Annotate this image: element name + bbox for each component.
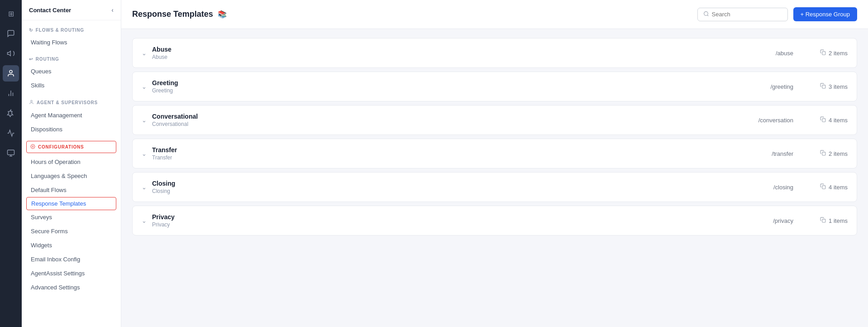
group-path: /abuse (721, 50, 811, 57)
group-sub: Privacy (152, 221, 721, 228)
search-input[interactable] (712, 11, 782, 18)
group-count: 2 items (811, 49, 848, 57)
section-label-configurations: CONFIGURATIONS (26, 141, 116, 153)
svg-rect-13 (822, 85, 825, 88)
chevron-down-icon[interactable]: ⌄ (142, 217, 147, 224)
chevron-down-icon[interactable]: ⌄ (142, 50, 147, 57)
group-count: 3 items (811, 83, 848, 90)
copy-icon[interactable] (820, 150, 826, 157)
sidebar-header: Contact Center ‹ (22, 0, 121, 20)
chevron-down-icon[interactable]: ⌄ (142, 150, 147, 157)
svg-point-1 (10, 70, 12, 73)
chevron-down-icon[interactable]: ⌄ (142, 83, 147, 90)
book-icon: 📚 (218, 10, 227, 19)
search-box[interactable] (697, 8, 788, 21)
copy-icon[interactable] (820, 49, 826, 57)
group-info: Closing Closing (152, 180, 721, 194)
flows-routing-icon: ↻ (29, 28, 33, 33)
sidebar-item-agentassist-settings[interactable]: AgentAssist Settings (22, 266, 121, 280)
section-label-routing: ↩ ROUTING (22, 49, 121, 64)
svg-point-9 (32, 146, 33, 147)
section-label-flows: ↻ FLOWS & ROUTING (22, 20, 121, 35)
header-right: + Response Group (697, 7, 857, 21)
routing-icon: ↩ (29, 57, 33, 62)
svg-rect-12 (822, 52, 825, 55)
section-label-agents: AGENT & SUPERVISORS (22, 92, 121, 108)
group-sub: Conversational (152, 121, 721, 127)
sidebar-item-agent-management[interactable]: Agent Management (22, 108, 121, 122)
analytics-icon[interactable] (3, 125, 19, 141)
copy-icon[interactable] (820, 217, 826, 224)
sidebar-item-widgets[interactable]: Widgets (22, 238, 121, 252)
copy-icon[interactable] (820, 116, 826, 124)
svg-line-11 (707, 15, 708, 16)
group-path: /conversation (721, 117, 811, 124)
main-content: Response Templates 📚 + Response Group ⌄ … (121, 0, 868, 327)
table-row[interactable]: ⌄ Abuse Abuse /abuse 2 items (132, 38, 857, 68)
sidebar-item-dispositions[interactable]: Dispositions (22, 122, 121, 136)
group-path: /closing (721, 184, 811, 191)
table-row[interactable]: ⌄ Greeting Greeting /greeting 3 items (132, 72, 857, 101)
svg-rect-17 (822, 219, 825, 222)
group-info: Greeting Greeting (152, 79, 721, 94)
sidebar-item-languages-speech[interactable]: Languages & Speech (22, 169, 121, 183)
svg-marker-0 (8, 51, 11, 56)
group-info: Conversational Conversational (152, 113, 721, 127)
group-info: Transfer Transfer (152, 146, 721, 161)
group-name: Greeting (152, 79, 721, 87)
group-name: Closing (152, 180, 721, 187)
chat-icon[interactable] (3, 25, 19, 42)
sidebar-item-advanced-settings[interactable]: Advanced Settings (22, 280, 121, 294)
megaphone-icon[interactable] (3, 45, 19, 62)
rocket-icon[interactable] (3, 105, 19, 121)
sidebar-item-response-templates[interactable]: Response Templates (26, 197, 116, 210)
chevron-down-icon[interactable]: ⌄ (142, 184, 147, 191)
add-response-group-button[interactable]: + Response Group (793, 7, 857, 21)
table-row[interactable]: ⌄ Transfer Transfer /transfer 2 items (132, 139, 857, 168)
svg-rect-14 (822, 119, 825, 122)
agent-icon (29, 100, 34, 106)
group-path: /greeting (721, 83, 811, 90)
group-name: Abuse (152, 46, 721, 53)
table-row[interactable]: ⌄ Conversational Conversational /convers… (132, 105, 857, 135)
header-left: Response Templates 📚 (132, 10, 227, 19)
svg-rect-16 (822, 186, 825, 189)
group-name: Conversational (152, 113, 721, 120)
group-count: 2 items (811, 150, 848, 157)
sidebar-item-queues[interactable]: Queues (22, 64, 121, 78)
group-count: 1 items (811, 217, 848, 224)
copy-icon[interactable] (820, 183, 826, 191)
sidebar: Contact Center ‹ ↻ FLOWS & ROUTING Waiti… (22, 0, 121, 327)
chevron-down-icon[interactable]: ⌄ (142, 117, 147, 124)
svg-point-10 (704, 11, 708, 15)
group-info: Abuse Abuse (152, 46, 721, 60)
group-count: 4 items (811, 116, 848, 124)
table-row[interactable]: ⌄ Closing Closing /closing 4 items (132, 172, 857, 202)
group-sub: Transfer (152, 154, 721, 161)
monitor-icon[interactable] (3, 145, 19, 161)
svg-rect-5 (8, 150, 14, 155)
main-header: Response Templates 📚 + Response Group (121, 0, 868, 29)
group-count: 4 items (811, 183, 848, 191)
copy-icon[interactable] (820, 83, 826, 90)
svg-rect-15 (822, 152, 825, 155)
sidebar-item-waiting-flows[interactable]: Waiting Flows (22, 35, 121, 49)
group-name: Privacy (152, 213, 721, 221)
group-path: /transfer (721, 150, 811, 157)
sidebar-item-default-flows[interactable]: Default Flows (22, 183, 121, 197)
sidebar-item-surveys[interactable]: Surveys (22, 210, 121, 224)
group-sub: Greeting (152, 87, 721, 94)
sidebar-title: Contact Center (29, 7, 71, 14)
collapse-button[interactable]: ‹ (111, 6, 114, 14)
bar-chart-icon[interactable] (3, 85, 19, 101)
sidebar-item-secure-forms[interactable]: Secure Forms (22, 224, 121, 238)
sidebar-item-email-inbox-config[interactable]: Email Inbox Config (22, 252, 121, 266)
grid-icon[interactable]: ⊞ (3, 5, 19, 22)
table-row[interactable]: ⌄ Privacy Privacy /privacy 1 items (132, 206, 857, 236)
group-info: Privacy Privacy (152, 213, 721, 228)
group-path: /privacy (721, 217, 811, 224)
person-icon[interactable] (3, 65, 19, 82)
svg-point-8 (31, 100, 33, 102)
sidebar-item-skills[interactable]: Skills (22, 78, 121, 92)
sidebar-item-hours-operation[interactable]: Hours of Operation (22, 155, 121, 169)
